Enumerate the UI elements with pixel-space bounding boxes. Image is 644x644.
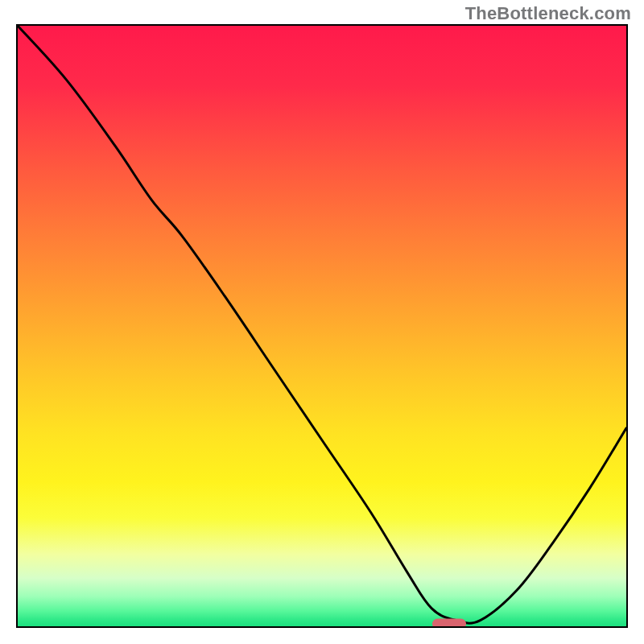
chart-container: TheBottleneck.com [0,0,644,644]
plot-area [16,24,628,628]
watermark-text: TheBottleneck.com [465,3,631,24]
optimal-marker [432,618,466,628]
bottleneck-curve [18,26,626,623]
curve-layer [18,26,626,626]
